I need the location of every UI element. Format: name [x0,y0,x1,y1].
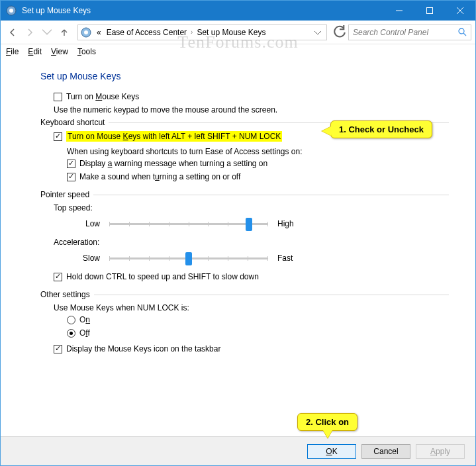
acceleration-slider[interactable] [109,251,268,265]
ok-button[interactable]: OK [307,444,356,459]
turn-on-hint: Use the numeric keypad to move the mouse… [54,105,449,115]
maximize-button[interactable] [414,1,445,21]
cancel-button[interactable]: Cancel [361,444,410,459]
numlock-on-label: On [79,315,90,324]
other-settings-group: Other settings Use Mouse Keys when NUM L… [40,295,449,353]
taskbar-icon-checkbox[interactable] [54,345,62,353]
button-bar: OK Cancel Apply [1,436,475,465]
menu-tools[interactable]: Tools [77,47,96,56]
recent-dropdown[interactable] [39,24,55,40]
search-placeholder: Search Control Panel [353,28,458,37]
turn-on-mouse-keys-checkbox[interactable] [54,93,62,101]
menu-file[interactable]: File [6,47,19,56]
page-title: Set up Mouse Keys [40,71,449,81]
search-icon [458,28,467,36]
taskbar-icon-label: Display the Mouse Keys icon on the taskb… [66,344,220,353]
menubar: File Edit View Tools [1,44,475,59]
close-button[interactable] [445,1,475,21]
control-panel-icon [81,27,91,38]
svg-point-7 [84,30,88,34]
numlock-on-radio[interactable] [67,316,75,324]
window-title: Set up Mouse Keys [22,6,384,15]
svg-point-1 [9,9,13,13]
shortcut-toggle-label: Turn on Mouse Keys with left ALT + left … [66,131,282,142]
address-bar[interactable]: « Ease of Access Center › Set up Mouse K… [77,24,327,40]
nav-toolbar: « Ease of Access Center › Set up Mouse K… [1,21,475,44]
forward-button[interactable] [22,24,38,40]
top-speed-slider[interactable] [109,216,268,231]
fast-label: Fast [277,254,293,263]
make-sound-checkbox[interactable] [67,173,75,181]
use-when-label: Use Mouse Keys when NUM LOCK is: [54,303,449,312]
turn-on-mouse-keys-label: Turn on Mouse Keys [66,92,139,101]
chevron-right-icon: › [189,28,194,36]
menu-edit[interactable]: Edit [28,47,42,56]
when-using-label: When using keyboard shortcuts to turn Ea… [67,147,449,156]
search-input[interactable]: Search Control Panel [348,24,471,40]
menu-view[interactable]: View [51,47,68,56]
low-label: Low [80,219,100,228]
pointer-speed-group: Pointer speed Top speed: Low High Accele… [40,195,449,281]
svg-point-8 [459,28,464,34]
content-area: Set up Mouse Keys Turn on Mouse Keys Use… [1,59,475,353]
numlock-off-radio[interactable] [67,329,75,338]
up-button[interactable] [56,24,72,40]
acceleration-label: Acceleration: [54,238,449,247]
keyboard-shortcut-group: Keyboard shortcut Turn on Mouse Keys wit… [40,122,449,181]
slow-label: Slow [80,254,100,263]
titlebar: Set up Mouse Keys [1,1,475,21]
high-label: High [277,219,294,228]
callout-1-text: 1. Check or Uncheck [339,124,424,134]
ctrl-shift-label: Hold down CTRL to speed up and SHIFT to … [66,272,259,281]
control-panel-icon [6,5,17,16]
svg-rect-3 [427,8,433,14]
svg-line-9 [463,33,466,36]
breadcrumb-prefix[interactable]: « [94,28,104,37]
callout-1: 1. Check or Uncheck [330,120,432,138]
back-button[interactable] [5,24,21,40]
keyboard-shortcut-legend: Keyboard shortcut [40,118,109,127]
top-speed-label: Top speed: [54,203,449,212]
breadcrumb-item[interactable]: Ease of Access Center [104,28,189,37]
shortcut-toggle-checkbox[interactable] [54,132,62,141]
make-sound-label: Make a sound when turning a setting on o… [79,172,240,181]
display-warning-checkbox[interactable] [67,160,75,168]
refresh-button[interactable] [332,25,347,40]
breadcrumb-item[interactable]: Set up Mouse Keys [194,28,268,37]
ctrl-shift-checkbox[interactable] [54,273,62,281]
minimize-button[interactable] [384,1,414,21]
apply-button[interactable]: Apply [416,444,465,459]
display-warning-label: Display a warning message when turning a… [79,159,267,168]
address-dropdown[interactable] [312,28,324,37]
callout-2: 2. Click on [297,413,357,431]
callout-2-text: 2. Click on [306,417,349,427]
numlock-off-label: Off [79,328,90,338]
pointer-speed-legend: Pointer speed [40,190,93,199]
other-settings-legend: Other settings [40,290,94,299]
